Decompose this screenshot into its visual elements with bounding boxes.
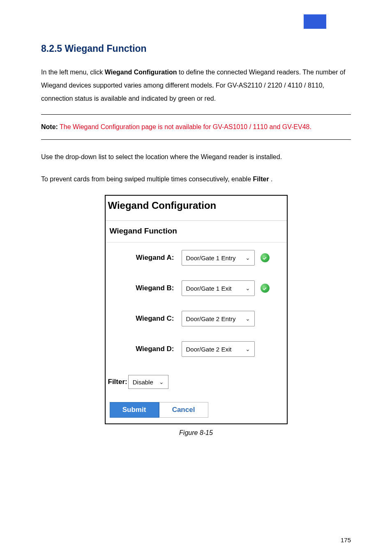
divider-bottom <box>41 139 351 140</box>
para1-bold: Wiegand Configuration <box>105 69 177 76</box>
wiegand-a-label: Wiegand A: <box>110 254 182 262</box>
wiegand-d-select[interactable]: Door/Gate 2 Exit ⌄ <box>182 341 255 357</box>
wiegand-row-a: Wiegand A: Door/Gate 1 Entry ⌄ <box>106 243 287 273</box>
status-indicator-a <box>261 253 270 262</box>
wiegand-b-label: Wiegand B: <box>110 284 182 292</box>
page-number: 175 <box>341 536 351 543</box>
chevron-down-icon: ⌄ <box>245 254 250 261</box>
panel-title: Wiegand Configuration <box>106 196 287 221</box>
submit-button[interactable]: Submit <box>110 402 159 418</box>
wiegand-a-select[interactable]: Door/Gate 1 Entry ⌄ <box>182 250 255 266</box>
wiegand-a-value: Door/Gate 1 Entry <box>186 254 236 261</box>
paragraph-intro: In the left menu, click Wiegand Configur… <box>41 66 351 105</box>
paragraph-filter: To prevent cards from being swiped multi… <box>41 173 351 186</box>
wiegand-row-d: Wiegand D: Door/Gate 2 Exit ⌄ <box>106 334 287 364</box>
status-indicator-b <box>261 284 270 293</box>
chevron-down-icon: ⌄ <box>245 285 250 291</box>
filter-select[interactable]: Disable ⌄ <box>128 375 168 389</box>
section-heading: 8.2.5 Wiegand Function <box>41 43 351 54</box>
wiegand-row-c: Wiegand C: Door/Gate 2 Entry ⌄ <box>106 303 287 334</box>
divider-top <box>41 114 351 115</box>
cancel-button[interactable]: Cancel <box>159 402 208 418</box>
wiegand-config-panel: Wiegand Configuration Wiegand Function W… <box>105 195 288 424</box>
wiegand-c-value: Door/Gate 2 Entry <box>186 315 236 322</box>
panel-section-title: Wiegand Function <box>106 221 287 243</box>
wiegand-d-value: Door/Gate 2 Exit <box>186 346 232 353</box>
para1-prefix: In the left menu, click <box>41 69 105 76</box>
paragraph-usage: Use the drop-down list to select the loc… <box>41 150 351 164</box>
para3-prefix: To prevent cards from being swiped multi… <box>41 176 253 183</box>
para3-suffix: . <box>271 176 272 183</box>
wiegand-c-label: Wiegand C: <box>110 314 182 323</box>
note-block: Note: The Wiegand Configuration page is … <box>41 120 351 134</box>
wiegand-b-select[interactable]: Door/Gate 1 Exit ⌄ <box>182 280 255 296</box>
wiegand-b-value: Door/Gate 1 Exit <box>186 285 232 292</box>
note-text: The Wiegand Configuration page is not av… <box>60 123 311 130</box>
wiegand-row-b: Wiegand B: Door/Gate 1 Exit ⌄ <box>106 273 287 303</box>
filter-row: Filter: Disable ⌄ <box>106 364 287 393</box>
chapter-number: 8 <box>341 16 348 29</box>
figure-label: Figure 8-15 <box>41 429 351 437</box>
chevron-down-icon: ⌄ <box>245 346 250 352</box>
chevron-down-icon: ⌄ <box>245 315 250 322</box>
filter-value: Disable <box>133 379 153 386</box>
filter-label: Filter: <box>108 378 127 386</box>
wiegand-d-label: Wiegand D: <box>110 345 182 353</box>
button-row: Submit Cancel <box>106 393 287 423</box>
chapter-badge <box>304 14 326 29</box>
note-label: Note: <box>41 123 58 130</box>
para3-bold: Filter <box>253 176 269 183</box>
wiegand-c-select[interactable]: Door/Gate 2 Entry ⌄ <box>182 311 255 326</box>
chevron-down-icon: ⌄ <box>159 379 164 385</box>
